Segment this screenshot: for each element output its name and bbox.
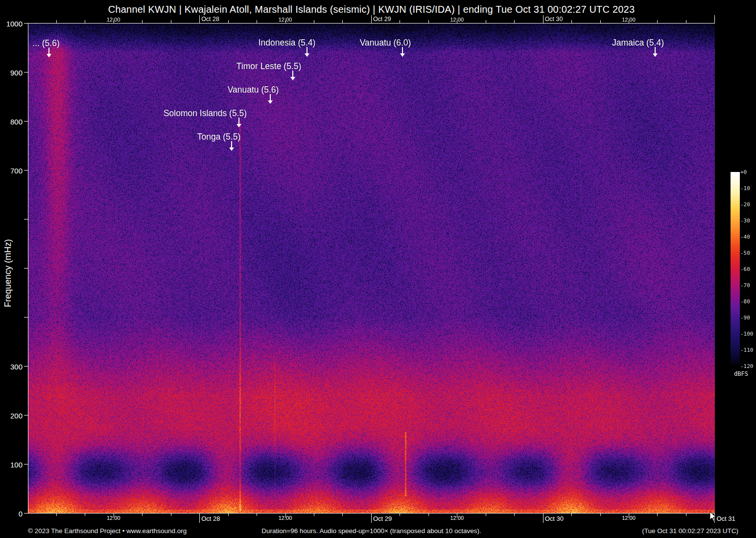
- event-label: Solomon Islands (5.5): [164, 108, 247, 119]
- x-axis-minor-tick: [314, 513, 314, 516]
- x-axis-date-label: Oct 31: [716, 515, 735, 522]
- y-axis-minor-tick: [24, 219, 28, 220]
- x-axis-date-tick: [199, 15, 200, 23]
- x-axis-minor-tick: [514, 20, 515, 23]
- x-axis-minor-tick: [314, 20, 314, 23]
- colorbar-tick-label: -20: [740, 201, 750, 208]
- event-label: Vanuatu (5.6): [228, 85, 279, 95]
- x-axis-date-tick: [199, 513, 200, 523]
- event-arrow-line: [402, 47, 403, 53]
- event-arrow-line: [231, 141, 232, 147]
- x-axis-minor-tick: [257, 20, 257, 23]
- y-axis-line: [28, 23, 28, 513]
- event-arrow-head-icon: [400, 53, 405, 57]
- event-label: Jamaica (5.4): [612, 38, 664, 48]
- y-axis-tick: [24, 170, 28, 171]
- x-axis-minor-tick: [171, 513, 171, 516]
- event-arrow-head-icon: [305, 53, 309, 57]
- x-axis-time-label: 12:00: [107, 17, 120, 23]
- colorbar-tick-label: -70: [740, 282, 750, 289]
- colorbar-tick-label: -10: [740, 185, 750, 192]
- x-axis-minor-tick: [657, 513, 658, 516]
- y-axis-tick: [24, 366, 28, 367]
- colorbar-unit-label: dBFS: [734, 370, 748, 377]
- event-arrow-line: [270, 94, 271, 100]
- colorbar: [731, 172, 740, 366]
- x-axis-minor-tick: [85, 20, 85, 23]
- event-arrow-head-icon: [653, 53, 658, 57]
- mouse-cursor-icon: [709, 511, 716, 522]
- colorbar-tick-label: +0: [740, 169, 747, 175]
- y-axis-minor-tick: [24, 317, 28, 318]
- x-axis-date-tick: [714, 15, 715, 23]
- x-axis-time-label: 12:00: [450, 515, 464, 521]
- y-axis-tick-label: 700: [3, 166, 23, 174]
- colorbar-tick-label: -40: [740, 234, 750, 240]
- x-axis-minor-tick: [85, 513, 85, 516]
- event-arrow-head-icon: [290, 77, 295, 80]
- y-axis-tick: [24, 415, 28, 416]
- event-label: Indonesia (5.4): [259, 38, 316, 48]
- x-axis-minor-tick: [486, 513, 486, 516]
- y-axis-tick: [24, 464, 28, 465]
- y-axis-tick-label: 100: [3, 460, 23, 468]
- spectrogram-canvas: [28, 23, 715, 513]
- x-axis-minor-tick: [686, 20, 686, 23]
- x-axis-minor-tick: [428, 20, 429, 23]
- event-arrow-line: [292, 71, 293, 77]
- event-label: Tonga (5.5): [197, 132, 241, 142]
- y-axis-tick: [24, 23, 28, 24]
- x-axis-minor-tick: [600, 513, 601, 516]
- x-axis-date-label: Oct 28: [201, 515, 220, 522]
- y-axis-tick-label: 200: [3, 411, 23, 419]
- x-axis-minor-tick: [171, 20, 171, 23]
- x-axis-date-tick: [543, 15, 543, 23]
- event-label: Timor Leste (5.5): [236, 61, 302, 72]
- footer-end-time: (Tue Oct 31 00:02:27 2023 UTC): [642, 527, 738, 535]
- event-label: ... (5.6): [32, 38, 59, 49]
- event-arrow-head-icon: [236, 124, 241, 127]
- y-axis-tick-label: 900: [3, 68, 23, 76]
- y-axis-tick-label: 800: [3, 117, 23, 125]
- x-axis-time-label: 12:00: [279, 515, 292, 521]
- colorbar-tick-label: -60: [740, 266, 750, 272]
- y-axis-tick: [24, 72, 28, 73]
- x-axis-minor-tick: [686, 513, 686, 516]
- x-axis-minor-tick: [56, 513, 57, 516]
- x-axis-minor-tick: [600, 20, 601, 23]
- x-axis-minor-tick: [486, 20, 486, 23]
- x-axis-minor-tick: [400, 513, 400, 516]
- y-axis-tick-label: 1000: [3, 19, 23, 27]
- x-axis-minor-tick: [514, 513, 515, 516]
- x-axis-date-label: Oct 30: [545, 16, 563, 23]
- event-arrow-line: [238, 118, 239, 124]
- event-label: Vanuatu (6.0): [360, 38, 411, 48]
- colorbar-tick-label: -80: [740, 298, 750, 305]
- x-axis-time-label: 12:00: [450, 17, 464, 23]
- y-axis-tick-label: 300: [3, 362, 23, 370]
- y-axis-tick: [24, 121, 28, 122]
- x-axis-minor-tick: [571, 513, 572, 516]
- x-axis-date-label: Oct 29: [373, 16, 391, 23]
- x-axis-minor-tick: [56, 20, 57, 23]
- x-axis-minor-tick: [228, 20, 229, 23]
- colorbar-tick-label: -50: [740, 250, 750, 256]
- x-axis-minor-tick: [428, 513, 429, 516]
- x-axis-minor-tick: [571, 20, 572, 23]
- x-axis-minor-tick: [400, 20, 400, 23]
- x-axis-date-label: Oct 28: [201, 16, 219, 23]
- x-axis-time-label: 12:00: [622, 17, 636, 23]
- y-axis-tick: [24, 513, 28, 514]
- x-axis-date-label: Oct 29: [373, 515, 392, 522]
- event-arrow-line: [48, 48, 49, 54]
- x-axis-date-tick: [371, 513, 372, 523]
- event-arrow-head-icon: [229, 147, 234, 151]
- event-arrow-head-icon: [268, 100, 273, 104]
- x-axis-minor-tick: [228, 513, 229, 516]
- x-axis-time-label: 12:00: [622, 515, 636, 521]
- y-axis-tick-label: 0: [3, 509, 23, 517]
- colorbar-tick-label: -30: [740, 218, 750, 224]
- x-axis-minor-tick: [142, 20, 142, 23]
- colorbar-tick-label: -110: [740, 347, 754, 353]
- y-axis-minor-tick: [24, 268, 28, 269]
